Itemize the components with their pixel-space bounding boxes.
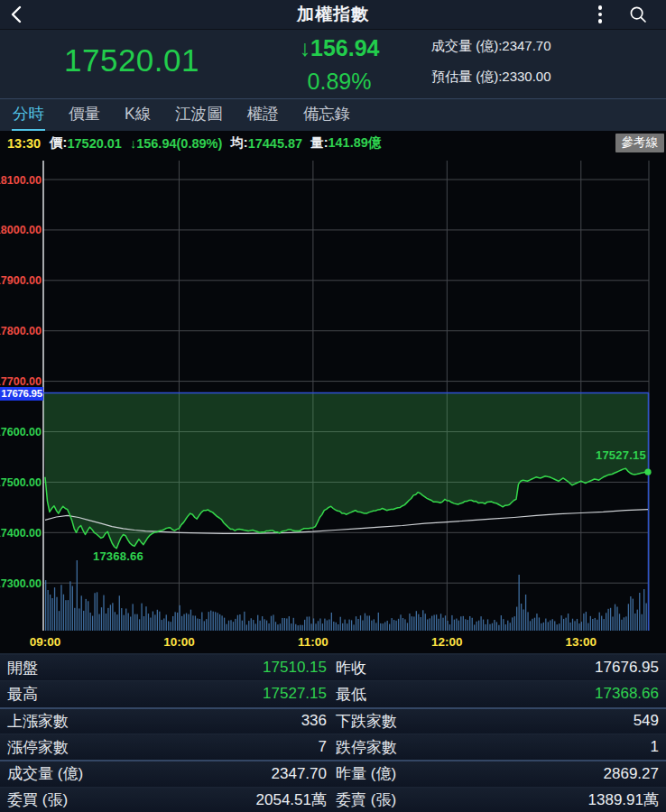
y-axis-label: 18100.00 [0, 174, 42, 187]
index-change: 156.94 [310, 35, 379, 60]
row-value: 7 [152, 738, 327, 756]
vol-label: 量: [310, 134, 328, 152]
tab-0[interactable]: 分時 [12, 99, 45, 132]
low-annotation: 17368.66 [93, 549, 143, 563]
row-value: 1 [480, 738, 659, 756]
header: 加權指數 [0, 0, 666, 29]
price-label: 價: [50, 134, 67, 152]
volume-stats: 成交量 (億):2347.70 預估量 (億):2330.00 [431, 38, 551, 99]
search-icon [629, 5, 647, 23]
x-axis-label: 13:00 [566, 635, 597, 649]
row-label: 最低 [327, 684, 480, 705]
quote-panel: 17520.01 ↓156.94 0.89% 成交量 (億):2347.70 預… [0, 29, 666, 99]
tab-4[interactable]: 權證 [246, 99, 280, 132]
menu-button[interactable] [585, 0, 615, 29]
y-axis-label: 17800.00 [0, 325, 42, 337]
info-vol: 141.89億 [328, 134, 381, 152]
quote-time: 13:30 [7, 136, 41, 151]
intraday-chart[interactable]: 18100.0018000.0017900.0017800.0017700.00… [0, 155, 666, 653]
info-avg: 17445.87 [248, 136, 302, 151]
row-value: 17510.15 [152, 659, 327, 677]
index-change-pct: 0.89% [271, 65, 408, 97]
row-value: 2054.51萬 [152, 789, 327, 810]
row-label: 委賣 (張) [327, 789, 480, 810]
x-axis-label: 09:00 [30, 635, 61, 649]
tab-5[interactable]: 備忘錄 [302, 99, 352, 132]
y-axis-label: 17400.00 [0, 527, 42, 540]
row-label: 開盤 [7, 658, 152, 678]
x-axis-label: 10:00 [163, 635, 195, 649]
y-axis-label: 18000.00 [0, 224, 42, 236]
row-label: 下跌家數 [327, 711, 480, 732]
reference-line-button[interactable]: 參考線 [615, 134, 665, 152]
page-title: 加權指數 [0, 3, 666, 26]
row-label: 昨收 [327, 658, 480, 678]
chevron-left-icon [11, 5, 22, 23]
index-change-block: ↓156.94 0.89% [271, 32, 408, 97]
high-annotation: 17527.15 [596, 448, 646, 462]
row-label: 漲停家數 [7, 737, 152, 758]
row-label: 最高 [7, 684, 152, 705]
row-value: 1389.91萬 [480, 789, 659, 810]
y-axis-label: 17900.00 [0, 274, 42, 287]
y-axis-label: 17300.00 [0, 577, 42, 590]
row-value: 17368.66 [480, 685, 659, 703]
kebab-menu-icon [598, 5, 603, 23]
info-change: ↓156.94(0.89%) [130, 136, 222, 151]
volume-line: 成交量 (億):2347.70 [431, 38, 551, 53]
est-volume-line: 預估量 (億):2330.00 [431, 69, 551, 84]
row-label: 跌停家數 [327, 737, 480, 758]
app-root: 加權指數 17520.01 ↓156.94 0.89% 成交量 (億):2347… [0, 0, 666, 812]
avg-label: 均: [230, 134, 247, 152]
x-axis-label: 12:00 [431, 635, 463, 649]
quote-table: 開盤17510.15昨收17676.95最高17527.15最低17368.66… [0, 653, 666, 812]
chart-canvas[interactable]: 18100.0018000.0017900.0017800.0017700.00… [0, 155, 666, 653]
down-arrow-icon: ↓ [300, 35, 311, 60]
tab-1[interactable]: 價量 [68, 99, 101, 132]
row-label: 委買 (張) [7, 789, 152, 810]
row-value: 2347.70 [152, 765, 327, 783]
prev-close-badge: 17676.95 [0, 387, 43, 401]
row-value: 17676.95 [480, 659, 659, 677]
row-value: 2869.27 [480, 765, 659, 783]
row-value: 549 [480, 712, 659, 730]
tab-bar: 分時價量K線江波圖權證備忘錄 [0, 99, 666, 131]
table-row: 成交量 (億)2347.70昨量 (億)2869.27 [0, 760, 666, 786]
table-row: 上漲家數336下跌家數549 [0, 707, 666, 734]
y-axis-label: 17700.00 [0, 375, 42, 388]
chart-info-bar: 13:30 價: 17520.01 ↓156.94(0.89%) 均: 1744… [0, 131, 666, 155]
table-row: 委買 (張)2054.51萬委賣 (張)1389.91萬 [0, 787, 666, 812]
y-axis-label: 17600.00 [0, 426, 42, 438]
search-button[interactable] [623, 0, 653, 29]
row-value: 17527.15 [152, 685, 327, 703]
row-label: 上漲家數 [7, 711, 152, 732]
header-actions [585, 0, 666, 29]
table-row: 開盤17510.15昨收17676.95 [0, 654, 666, 680]
info-price: 17520.01 [67, 136, 121, 151]
index-price: 17520.01 [0, 42, 264, 78]
y-axis-label: 17500.00 [0, 476, 42, 489]
row-value: 336 [152, 712, 327, 730]
tab-3[interactable]: 江波圖 [174, 99, 224, 132]
x-axis-label: 11:00 [298, 635, 328, 649]
back-button[interactable] [0, 0, 40, 29]
tab-2[interactable]: K線 [124, 99, 152, 132]
table-row: 漲停家數7跌停家數1 [0, 734, 666, 760]
row-label: 昨量 (億) [327, 763, 480, 784]
table-row: 最高17527.15最低17368.66 [0, 680, 666, 706]
row-label: 成交量 (億) [7, 763, 152, 784]
